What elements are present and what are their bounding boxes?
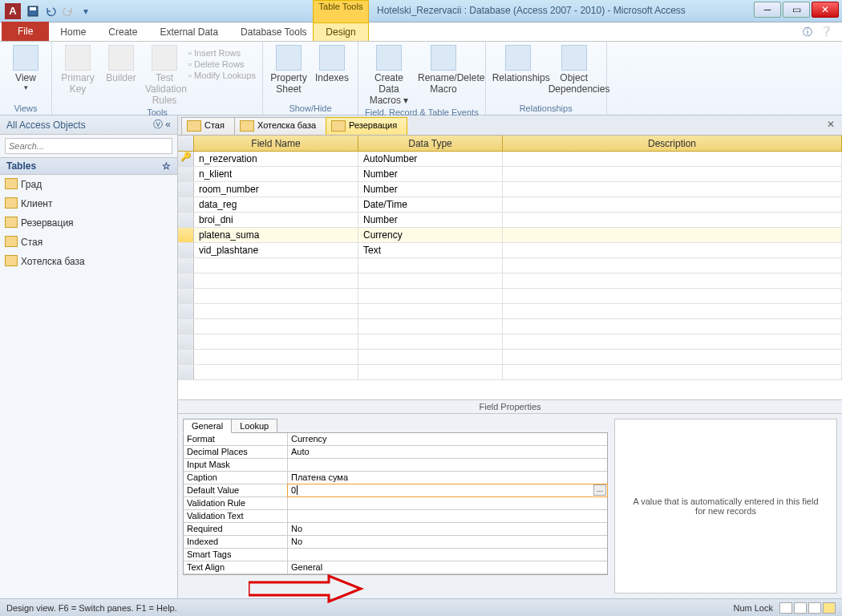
table-row[interactable] [178,350,842,365]
property-sheet-button[interactable]: Property Sheet [269,45,308,95]
cell-description[interactable] [503,243,842,257]
nav-item[interactable]: Хотелска база [0,252,177,271]
table-row[interactable]: n_rezervation AutoNumber [178,152,842,167]
row-selector[interactable] [178,152,194,166]
cell-data-type[interactable]: Number [358,182,503,197]
table-row[interactable]: room_number Number [178,182,842,197]
property-row[interactable]: Validation Text [184,510,607,523]
close-button[interactable]: ✕ [812,2,839,18]
property-row[interactable]: Text Align General [184,561,607,574]
row-selector[interactable] [178,365,194,379]
table-row[interactable]: data_reg Date/Time [178,197,842,213]
cell-field-name[interactable] [194,334,358,349]
cell-field-name[interactable] [194,274,358,288]
document-tab[interactable]: Хотелска база [234,117,326,135]
property-value[interactable] [288,497,607,509]
table-row[interactable]: broi_dni Number [178,213,842,228]
cell-data-type[interactable]: AutoNumber [358,152,503,166]
row-selector[interactable] [178,289,194,303]
property-value[interactable]: No [288,536,607,548]
table-row[interactable]: n_klient Number [178,167,842,182]
nav-item[interactable]: Град [0,175,177,194]
cell-field-name[interactable] [194,304,358,318]
cell-data-type[interactable]: Text [358,243,503,257]
help-icon[interactable]: ❔ [820,26,832,39]
builder-ellipsis-button[interactable]: … [593,484,606,496]
property-value[interactable]: No [288,523,607,535]
row-selector[interactable] [178,258,194,273]
tab-home[interactable]: Home [49,23,97,41]
view-pivottable-icon[interactable] [794,602,807,614]
property-row[interactable]: Required No [184,523,607,536]
cell-field-name[interactable]: room_number [194,182,358,197]
grid-body[interactable]: n_rezervation AutoNumber n_klient Number… [178,152,842,399]
document-tab[interactable]: Стая [181,117,235,135]
property-row[interactable]: Validation Rule [184,497,607,510]
rename-delete-macro-button[interactable]: Rename/Delete Macro [418,45,469,106]
cell-data-type[interactable] [358,334,503,349]
tab-database-tools[interactable]: Database Tools [229,23,318,41]
undo-icon[interactable] [43,4,58,18]
cell-data-type[interactable] [358,319,503,334]
cell-description[interactable] [503,228,842,242]
nav-header[interactable]: All Access Objects ⓥ « [0,116,177,135]
row-selector[interactable] [178,304,194,318]
row-selector[interactable] [178,274,194,288]
table-row[interactable] [178,258,842,274]
object-dependencies-button[interactable]: Object Dependencies [549,45,600,95]
nav-item[interactable]: Резервация [0,213,177,233]
cell-field-name[interactable] [194,350,358,364]
cell-data-type[interactable] [358,289,503,303]
table-row[interactable]: platena_suma Currency [178,228,842,243]
property-row[interactable]: Default Value 0 … [184,484,607,497]
test-validation-button[interactable]: Test Validation Rules [145,45,184,106]
cell-data-type[interactable] [358,274,503,288]
cell-description[interactable] [503,304,842,318]
row-selector[interactable] [178,182,194,197]
cell-description[interactable] [503,197,842,212]
property-value[interactable] [288,549,607,561]
qat-customize-icon[interactable]: ▾ [79,4,93,18]
view-datasheet-icon[interactable] [779,602,792,614]
tab-create[interactable]: Create [97,23,148,41]
row-selector[interactable] [178,319,194,334]
cell-data-type[interactable]: Number [358,213,503,227]
cell-description[interactable] [503,274,842,288]
cell-description[interactable] [503,258,842,273]
row-selector[interactable] [178,167,194,181]
property-row[interactable]: Input Mask [184,459,607,472]
property-value[interactable]: Платена сума [288,472,607,484]
cell-field-name[interactable]: data_reg [194,197,358,212]
table-row[interactable] [178,365,842,380]
cell-data-type[interactable]: Currency [358,228,503,242]
primary-key-button[interactable]: Primary Key [59,45,97,106]
cell-description[interactable] [503,319,842,334]
property-row[interactable]: Format Currency [184,433,607,446]
property-row[interactable]: Smart Tags [184,549,607,561]
col-field-name[interactable]: Field Name [194,136,358,151]
indexes-button[interactable]: Indexes [313,45,351,95]
view-design-icon[interactable] [823,602,836,614]
nav-group-tables[interactable]: Tables☆ [0,157,177,175]
property-row[interactable]: Indexed No [184,536,607,549]
cell-description[interactable] [503,350,842,364]
cell-description[interactable] [503,182,842,197]
tab-design[interactable]: Design [313,22,369,41]
view-pivotchart-icon[interactable] [808,602,821,614]
cell-field-name[interactable]: n_rezervation [194,152,358,166]
nav-item[interactable]: Стая [0,233,177,252]
cell-data-type[interactable] [358,365,503,379]
insert-rows-button[interactable]: Insert Rows [188,48,256,58]
cell-description[interactable] [503,167,842,181]
cell-data-type[interactable] [358,258,503,273]
row-selector[interactable] [178,197,194,212]
cell-field-name[interactable] [194,289,358,303]
table-row[interactable] [178,319,842,334]
property-row[interactable]: Decimal Places Auto [184,446,607,459]
property-row[interactable]: Caption Платена сума [184,472,607,484]
cell-field-name[interactable]: broi_dni [194,213,358,227]
cell-data-type[interactable]: Date/Time [358,197,503,212]
delete-rows-button[interactable]: Delete Rows [188,59,256,69]
cell-data-type[interactable] [358,350,503,364]
col-description[interactable]: Description [503,136,842,151]
